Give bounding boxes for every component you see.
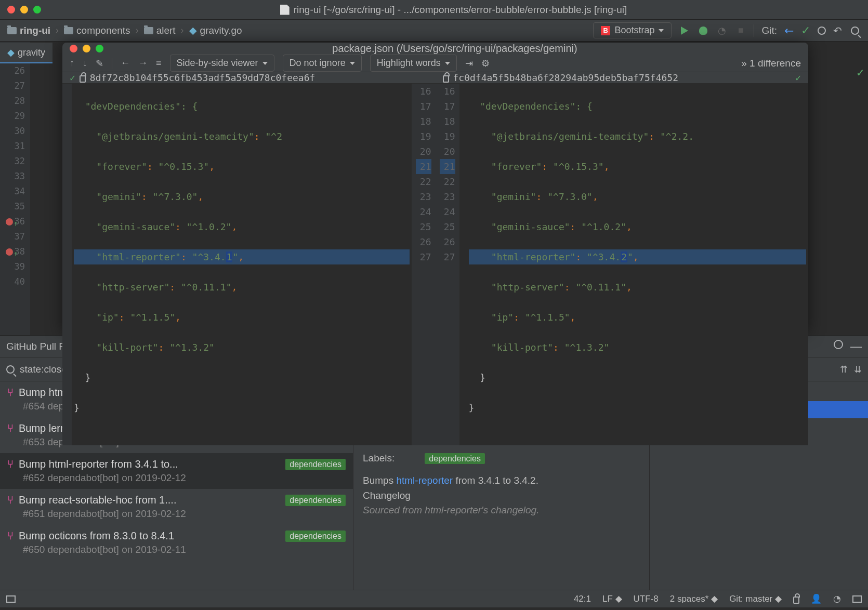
line-separator[interactable]: LF ◆ <box>602 593 622 604</box>
minimize-window-button[interactable] <box>20 6 28 14</box>
zoom-window-button[interactable] <box>33 6 41 14</box>
diff-title-bar: package.json (/Users/go/src/ring-ui/pack… <box>62 43 808 55</box>
pr-link[interactable]: html-reporter <box>396 475 453 486</box>
pr-link[interactable]: html-reporter's changelog <box>425 505 536 515</box>
inspection-ok-icon[interactable]: ✓ <box>856 67 865 79</box>
right-code[interactable]: "devDependencies": { "@jetbrains/gemini-… <box>459 84 809 445</box>
tool-windows-button[interactable] <box>6 595 16 603</box>
folder-icon <box>7 27 17 34</box>
bootstrap-icon <box>601 26 610 35</box>
collapse-all-button[interactable]: ⇊ <box>854 364 862 375</box>
label-badge: dependencies <box>285 495 346 506</box>
right-line-numbers: 161718192021222324252627 <box>436 84 459 445</box>
gear-icon[interactable] <box>834 340 843 349</box>
stop-button[interactable]: ■ <box>735 25 746 36</box>
chevron-right-icon: › <box>56 25 59 36</box>
search-icon <box>851 26 859 35</box>
search-everywhere-button[interactable] <box>849 25 861 36</box>
coverage-button[interactable]: ◔ <box>716 25 728 36</box>
status-frame-icon[interactable] <box>852 595 862 603</box>
editor-area: ◆gravity 26272829303132333435 36 37 38 3… <box>0 42 868 335</box>
minimize-dialog-button[interactable] <box>83 45 90 52</box>
next-file-button[interactable]: → <box>138 58 148 69</box>
collapse-button[interactable]: ⇥ <box>465 58 473 69</box>
editor-tab[interactable]: ◆gravity <box>0 43 52 63</box>
highlight-mode-select[interactable]: Highlight words <box>370 55 457 72</box>
caret-position[interactable]: 42:1 <box>574 594 591 604</box>
lock-icon[interactable] <box>793 596 799 604</box>
search-icon <box>6 365 15 374</box>
diff-title: package.json (/Users/go/src/ring-ui/pack… <box>109 43 801 55</box>
git-revert-button[interactable]: ↶ <box>833 24 842 37</box>
hide-panel-button[interactable]: — <box>850 340 862 353</box>
git-label: Git: <box>761 25 777 36</box>
breadcrumb-item[interactable]: alert <box>144 25 176 36</box>
ignore-mode-select[interactable]: Do not ignore <box>283 55 362 72</box>
close-dialog-button[interactable] <box>70 45 77 52</box>
folder-icon <box>64 27 73 34</box>
settings-button[interactable]: ⚙ <box>481 58 490 69</box>
diff-body[interactable]: "devDependencies": { "@jetbrains/gemini-… <box>62 84 808 445</box>
merged-pr-icon: ⑂ <box>7 422 14 434</box>
left-revision: ✓8df72c8b104f55c6fb453adf5a59dd78c0feea6… <box>62 72 436 83</box>
label-badge: dependencies <box>285 531 346 542</box>
pr-item[interactable]: ⑂Bump html-reporter from 3.4.1 to...depe… <box>0 453 353 489</box>
debug-button[interactable] <box>698 25 709 36</box>
chevron-right-icon: › <box>136 25 139 36</box>
indent-settings[interactable]: 2 spaces* ◆ <box>670 593 718 604</box>
breadcrumb-item[interactable]: components <box>64 25 130 36</box>
label-badge: dependencies <box>425 453 485 464</box>
main-toolbar: ring-ui › components › alert › ◆gravity.… <box>0 20 868 42</box>
go-file-icon: ◆ <box>7 47 15 58</box>
status-bar: 42:1 LF ◆ UTF-8 2 spaces* ◆ Git: master … <box>0 590 868 607</box>
chevron-right-icon: › <box>181 25 184 36</box>
hector-icon[interactable]: 👤 <box>811 593 822 604</box>
git-commit-button[interactable]: ✓ <box>801 24 810 37</box>
editor-gutter[interactable]: 26272829303132333435 36 37 38 3940 <box>0 42 30 335</box>
bug-icon <box>699 26 707 35</box>
file-icon <box>280 5 290 15</box>
merged-pr-icon: ⑂ <box>7 494 14 506</box>
lock-icon <box>443 75 449 83</box>
check-icon: ✓ <box>795 72 801 83</box>
pr-item[interactable]: ⑂Bump react-sortable-hoc from 1....depen… <box>0 489 353 525</box>
memory-icon[interactable]: ◔ <box>833 593 841 604</box>
right-revision: fc0df4a5f5b48ba6f28294ab95deb5baf75f4652… <box>436 72 809 83</box>
pr-item[interactable]: ⑂Bump octicons from 8.3.0 to 8.4.1depend… <box>0 525 353 561</box>
breadcrumb-item[interactable]: ◆gravity.go <box>189 24 242 36</box>
run-button[interactable] <box>679 25 690 36</box>
close-window-button[interactable] <box>7 6 15 14</box>
window-title-bar: ring-ui [~/go/src/ring-ui] - .../compone… <box>0 0 868 20</box>
expand-all-button[interactable]: ⇈ <box>840 364 848 375</box>
chevron-down-icon <box>262 62 268 65</box>
git-update-button[interactable]: ↙ <box>781 22 797 38</box>
window-title: ring-ui [~/go/src/ring-ui] - .../compone… <box>294 4 627 16</box>
breakpoint-icon[interactable] <box>6 248 13 256</box>
left-code[interactable]: "devDependencies": { "@jetbrains/gemini-… <box>72 84 412 445</box>
prev-file-button[interactable]: ← <box>121 58 130 69</box>
diff-toolbar: ↑ ↓ ✎ ← → ≡ Side-by-side viewer Do not i… <box>62 55 808 72</box>
pr-labels: Labels: dependencies <box>363 453 640 464</box>
chevron-down-icon <box>445 62 450 65</box>
zoom-dialog-button[interactable] <box>96 45 103 52</box>
breadcrumb-item[interactable]: ring-ui <box>7 25 50 36</box>
chevron-down-icon <box>350 62 355 65</box>
breakpoint-icon[interactable] <box>6 218 13 226</box>
chevron-down-icon <box>659 29 664 32</box>
diff-count: » 1 difference <box>741 58 801 69</box>
git-history-button[interactable] <box>818 26 826 35</box>
viewer-mode-select[interactable]: Side-by-side viewer <box>170 55 274 72</box>
list-button[interactable]: ≡ <box>156 58 162 69</box>
play-icon <box>681 26 688 35</box>
diff-revision-bar: ✓8df72c8b104f55c6fb453adf5a59dd78c0feea6… <box>62 72 808 84</box>
folder-icon <box>144 27 153 34</box>
run-config-selector[interactable]: Bootstrap <box>593 22 672 38</box>
next-diff-button[interactable]: ↓ <box>83 58 87 69</box>
edit-button[interactable]: ✎ <box>96 58 103 69</box>
diff-dialog: package.json (/Users/go/src/ring-ui/pack… <box>62 43 808 333</box>
git-branch[interactable]: Git: master ◆ <box>729 593 782 604</box>
prev-diff-button[interactable]: ↑ <box>70 58 74 69</box>
file-encoding[interactable]: UTF-8 <box>634 594 659 604</box>
pr-description: Bumps html-reporter from 3.4.1 to 3.4.2.… <box>363 473 640 518</box>
left-gutter-fold[interactable] <box>62 84 72 445</box>
